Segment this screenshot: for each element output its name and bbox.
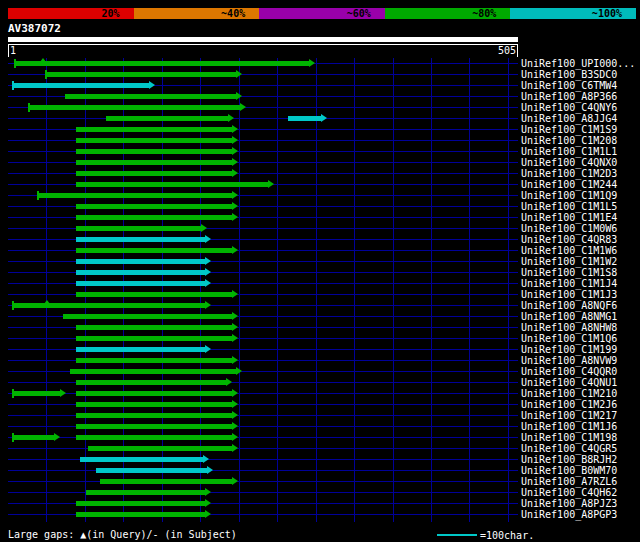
alignment-bar[interactable] <box>76 127 232 132</box>
alignment-bar[interactable] <box>96 468 207 473</box>
hit-label[interactable]: UniRef100_B3SDC0 <box>521 69 617 80</box>
alignment-bar[interactable] <box>76 237 205 242</box>
alignment-bar[interactable] <box>76 270 205 275</box>
alignment-bar[interactable] <box>106 116 228 121</box>
hit-label[interactable]: UniRef100_C4QNU1 <box>521 377 617 388</box>
alignment-bar[interactable] <box>76 248 232 253</box>
hit-label[interactable]: UniRef100_A8NQF6 <box>521 300 617 311</box>
alignment-start-tick <box>12 389 14 398</box>
alignment-bar[interactable] <box>76 325 232 330</box>
alignment-bar[interactable] <box>76 358 232 363</box>
hit-label[interactable]: UniRef100_C1M0W6 <box>521 223 617 234</box>
hit-label[interactable]: UniRef100_UPI000... <box>521 58 635 69</box>
alignment-row <box>8 333 518 344</box>
alignment-bar[interactable] <box>76 204 232 209</box>
alignment-row <box>8 421 518 432</box>
alignment-bar[interactable] <box>288 116 321 121</box>
hit-label[interactable]: UniRef100_C1M1Q6 <box>521 333 617 344</box>
hit-label[interactable]: UniRef100_A8P366 <box>521 91 617 102</box>
hit-label[interactable]: UniRef100_C1M208 <box>521 135 617 146</box>
hit-label[interactable]: UniRef100_A7RZL6 <box>521 476 617 487</box>
alignment-arrowhead-icon <box>232 400 238 408</box>
hit-label[interactable]: UniRef100_C4QGR5 <box>521 443 617 454</box>
hit-label[interactable]: UniRef100_C1M1J3 <box>521 289 617 300</box>
hit-label[interactable]: UniRef100_C1M1W6 <box>521 245 617 256</box>
alignment-row <box>8 113 518 124</box>
alignment-bar[interactable] <box>76 347 205 352</box>
alignment-row <box>8 465 518 476</box>
hit-label[interactable]: UniRef100_C1M2J6 <box>521 399 617 410</box>
alignment-bar[interactable] <box>45 72 236 77</box>
alignment-row <box>8 102 518 113</box>
hit-label[interactable]: UniRef100_A8JJG4 <box>521 113 617 124</box>
alignment-bar[interactable] <box>76 380 226 385</box>
alignment-bar[interactable] <box>28 105 240 110</box>
hit-label[interactable]: UniRef100_C1M1L1 <box>521 146 617 157</box>
hit-label[interactable]: UniRef100_A8PGP3 <box>521 509 617 520</box>
alignment-bar[interactable] <box>76 402 232 407</box>
hit-label[interactable]: UniRef100_C1M244 <box>521 179 617 190</box>
alignment-bar[interactable] <box>76 336 232 341</box>
alignment-bar[interactable] <box>76 413 232 418</box>
hit-label[interactable]: UniRef100_C1M210 <box>521 388 617 399</box>
alignment-bar[interactable] <box>88 446 232 451</box>
hit-label[interactable]: UniRef100_C1M1S9 <box>521 124 617 135</box>
hit-label[interactable]: UniRef100_A8PJZ3 <box>521 498 617 509</box>
hit-label[interactable]: UniRef100_A8NMG1 <box>521 311 617 322</box>
alignment-bar[interactable] <box>37 193 232 198</box>
alignment-bar[interactable] <box>80 457 203 462</box>
hit-label[interactable]: UniRef100_B0WM70 <box>521 465 617 476</box>
alignment-bar[interactable] <box>12 391 60 396</box>
hit-label[interactable]: UniRef100_C4QNX0 <box>521 157 617 168</box>
alignment-bar[interactable] <box>100 479 232 484</box>
hit-label[interactable]: UniRef100_C1M1Q9 <box>521 190 617 201</box>
alignment-bar[interactable] <box>76 215 232 220</box>
hit-label[interactable]: UniRef100_C1M1J4 <box>521 278 617 289</box>
alignment-bar[interactable] <box>86 490 205 495</box>
hit-label[interactable]: UniRef100_A8NHW8 <box>521 322 617 333</box>
hit-label[interactable]: UniRef100_C1M199 <box>521 344 617 355</box>
alignment-bar[interactable] <box>65 94 236 99</box>
query-bar <box>8 37 518 42</box>
hit-label[interactable]: UniRef100_C4QQR0 <box>521 366 617 377</box>
alignment-bar[interactable] <box>76 391 232 396</box>
alignment-row <box>8 80 518 91</box>
hit-label[interactable]: UniRef100_C1M1E4 <box>521 212 617 223</box>
hit-label[interactable]: UniRef100_C1M1W2 <box>521 256 617 267</box>
alignment-arrowhead-icon <box>232 136 238 144</box>
alignment-bar[interactable] <box>76 226 201 231</box>
hit-label[interactable]: UniRef100_A8NVW9 <box>521 355 617 366</box>
alignment-bar[interactable] <box>12 83 149 88</box>
alignment-bar[interactable] <box>76 171 232 176</box>
alignment-bar[interactable] <box>76 424 232 429</box>
alignment-bar[interactable] <box>76 259 205 264</box>
hit-label[interactable]: UniRef100_C1M217 <box>521 410 617 421</box>
alignment-arrowhead-icon <box>205 345 211 353</box>
hit-label[interactable]: UniRef100_C1M1L5 <box>521 201 617 212</box>
alignment-bar[interactable] <box>76 160 232 165</box>
alignment-bar[interactable] <box>76 501 205 506</box>
alignment-bar[interactable] <box>76 281 205 286</box>
alignment-bar[interactable] <box>76 149 232 154</box>
alignment-row <box>8 135 518 146</box>
alignment-bar[interactable] <box>76 435 232 440</box>
alignment-bar[interactable] <box>76 182 268 187</box>
hit-label[interactable]: UniRef100_C1M2D3 <box>521 168 617 179</box>
hit-label[interactable]: UniRef100_C4QNY6 <box>521 102 617 113</box>
hit-label[interactable]: UniRef100_C4QR83 <box>521 234 617 245</box>
alignment-bar[interactable] <box>70 369 236 374</box>
hit-label[interactable]: UniRef100_B8RJH2 <box>521 454 617 465</box>
hit-label[interactable]: UniRef100_C6TMW4 <box>521 80 617 91</box>
alignment-bar[interactable] <box>76 138 232 143</box>
alignment-bar[interactable] <box>76 292 232 297</box>
alignment-bar[interactable] <box>14 61 309 66</box>
alignment-bar[interactable] <box>76 512 205 517</box>
alignment-row <box>8 366 518 377</box>
alignment-bar[interactable] <box>12 435 54 440</box>
hit-label[interactable]: UniRef100_C4QH62 <box>521 487 617 498</box>
hit-label[interactable]: UniRef100_C1M198 <box>521 432 617 443</box>
alignment-bar[interactable] <box>12 303 205 308</box>
alignment-bar[interactable] <box>63 314 232 319</box>
hit-label[interactable]: UniRef100_C1M1S8 <box>521 267 617 278</box>
hit-label[interactable]: UniRef100_C1M1J6 <box>521 421 617 432</box>
